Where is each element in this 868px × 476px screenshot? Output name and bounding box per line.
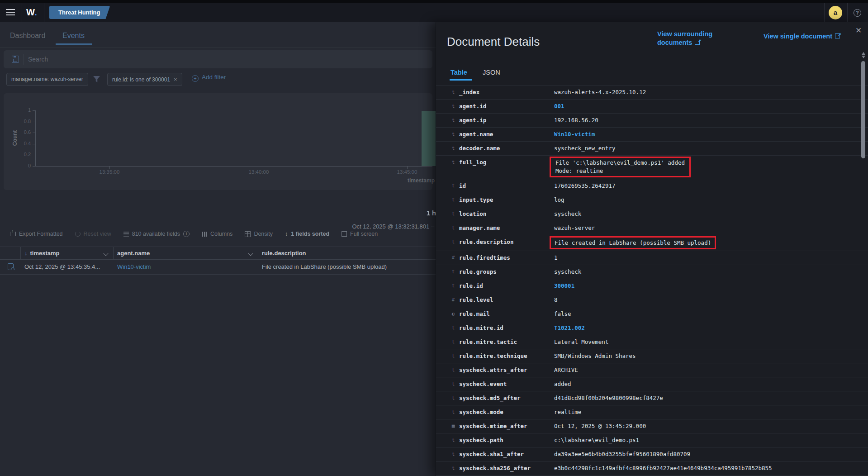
available-fields-button[interactable]: 810 available fieldsi — [123, 231, 190, 237]
chevron-down-icon[interactable] — [248, 251, 253, 256]
filter-pill-manager-name[interactable]: manager.name: wazuh-server — [6, 73, 88, 86]
field-row: tagent.ip192.168.56.20 — [436, 114, 868, 128]
agent-name-column-header[interactable]: agent.name — [114, 247, 258, 259]
field-row: trule.groupssyscheck — [436, 265, 868, 279]
field-name: id — [459, 179, 547, 193]
field-name: syscheck.path — [459, 433, 547, 447]
expand-document-icon[interactable] — [8, 263, 14, 270]
help-icon[interactable]: ? — [854, 9, 861, 17]
field-value[interactable]: 001 — [554, 100, 564, 113]
field-type-icon: t — [450, 86, 457, 99]
threat-hunting-page: Dashboard Events Search manager.name: wa… — [0, 22, 436, 476]
external-link-icon — [695, 40, 700, 45]
info-icon[interactable]: i — [183, 231, 190, 237]
document-details-flyout: ✕ Document Details View surrounding docu… — [436, 22, 868, 476]
field-name: agent.name — [459, 128, 547, 141]
x-tick-label: 13:35:00 — [91, 169, 128, 175]
search-divider — [24, 54, 24, 65]
field-row: tsyscheck.moderealtime — [436, 405, 868, 419]
field-value[interactable]: 300001 — [554, 279, 574, 293]
field-value[interactable]: T1021.002 — [554, 321, 585, 335]
field-type-icon: t — [450, 405, 457, 419]
field-name: input.type — [459, 193, 547, 207]
field-name: decoder.name — [459, 142, 547, 155]
x-tick-label: 13:40:00 — [241, 169, 277, 175]
plus-icon: + — [192, 75, 199, 82]
field-value: 1760269535.2642917 — [554, 179, 615, 193]
field-value: added — [554, 377, 571, 391]
field-value-highlighted: File created in LabShare (possible SMB u… — [550, 236, 716, 249]
chevron-down-icon[interactable] — [103, 251, 108, 256]
timestamp-column-header[interactable]: ↓timestamp — [21, 247, 114, 259]
y-tick-label: 1 — [17, 107, 31, 113]
field-value: false — [554, 307, 571, 321]
field-name: syscheck.event — [459, 377, 547, 391]
avatar[interactable]: a — [829, 6, 842, 19]
reset-view-button[interactable]: Reset view — [75, 231, 111, 237]
y-tick-label: 0.8 — [17, 119, 31, 124]
breadcrumb[interactable]: Threat Hunting — [49, 6, 110, 19]
tab-dashboard[interactable]: Dashboard — [10, 32, 45, 40]
field-name: manager.name — [459, 221, 547, 235]
field-type-icon: t — [450, 207, 457, 221]
fields-list-icon — [123, 232, 129, 237]
x-tick-mark — [407, 166, 408, 169]
field-type-icon: t — [450, 377, 457, 391]
field-type-icon: t — [450, 179, 457, 193]
x-axis-line — [35, 166, 432, 167]
filter-funnel-icon[interactable] — [93, 76, 100, 82]
sort-arrows-icon: ↕ — [285, 231, 288, 237]
flyout-tab-json[interactable]: JSON — [483, 69, 500, 76]
field-type-icon: t — [450, 221, 457, 235]
field-name: syscheck.sha1_after — [459, 447, 547, 461]
grid-toolbar: Export Formatted Reset view 810 availabl… — [10, 231, 378, 237]
rule-description-column-header[interactable]: rule.description — [258, 247, 436, 259]
view-single-document-link[interactable]: View single document — [764, 32, 840, 41]
view-surrounding-documents-link[interactable]: View surrounding documents — [657, 30, 729, 47]
field-type-icon: t — [450, 114, 457, 127]
header-divider — [824, 3, 825, 22]
field-type-icon: t — [450, 391, 457, 405]
field-type-icon: t — [450, 321, 457, 335]
columns-button[interactable]: Columns — [202, 231, 232, 237]
field-type-icon: t — [450, 142, 457, 155]
field-type-icon: t — [450, 235, 457, 249]
field-value[interactable]: Win10-victim — [554, 128, 595, 141]
field-row: tagent.nameWin10-victim — [436, 128, 868, 142]
x-tick-mark — [109, 166, 110, 169]
top-bar: W. Threat Hunting a ? — [0, 3, 868, 23]
remove-filter-icon[interactable]: × — [174, 76, 177, 83]
field-value: log — [554, 193, 564, 207]
add-filter-button[interactable]: +Add filter — [192, 74, 226, 82]
search-input[interactable]: Search — [4, 50, 432, 68]
scrollbar-up-icon[interactable] — [862, 50, 865, 55]
field-row: tfull_logFile 'c:\labshare\evil_demo.ps1… — [436, 156, 868, 179]
field-name: _index — [459, 86, 547, 99]
full-screen-button[interactable]: Full screen — [342, 231, 378, 237]
refresh-icon — [75, 231, 81, 237]
density-button[interactable]: Density — [245, 231, 273, 237]
field-name: full_log — [459, 156, 547, 169]
scrollbar-down-icon[interactable] — [862, 56, 865, 60]
table-row[interactable]: Oct 12, 2025 @ 13:45:35.4... Win10-victi… — [0, 259, 436, 275]
fields-sorted-button[interactable]: ↕1 fields sorted — [285, 231, 329, 237]
scrollbar-thumb[interactable] — [861, 61, 865, 158]
cell-agent-name[interactable]: Win10-victim — [114, 263, 258, 270]
menu-icon[interactable] — [6, 9, 15, 16]
field-type-icon: # — [450, 293, 457, 307]
field-value: syscheck_new_entry — [554, 142, 615, 155]
field-row: tsyscheck.md5_afterd41d8cd98f00b204e9800… — [436, 391, 868, 405]
close-icon[interactable]: ✕ — [854, 27, 863, 35]
flyout-tab-table[interactable]: Table — [451, 69, 467, 76]
saved-query-icon[interactable] — [12, 56, 19, 63]
filter-pill-rule-id[interactable]: rule.id: is one of 300001× — [107, 73, 182, 86]
field-type-icon: ◐ — [450, 307, 457, 321]
field-row: trule.mitre.tacticLateral Movement — [436, 335, 868, 349]
flyout-title: Document Details — [447, 35, 540, 49]
tab-events[interactable]: Events — [62, 32, 85, 40]
export-formatted-button[interactable]: Export Formatted — [10, 231, 63, 237]
field-row: tsyscheck.pathc:\labshare\evil_demo.ps1 — [436, 433, 868, 447]
field-name: rule.description — [459, 235, 547, 249]
field-type-icon: t — [450, 462, 457, 475]
y-tick-mark — [33, 166, 35, 167]
